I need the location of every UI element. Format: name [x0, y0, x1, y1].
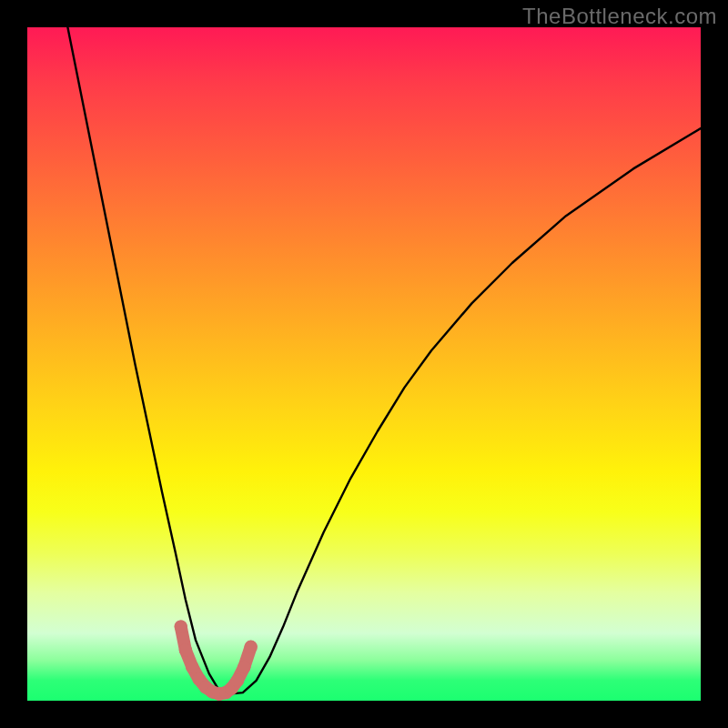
highlight-marker-dot	[244, 641, 257, 653]
highlight-marker-dot	[186, 661, 198, 673]
bottleneck-plot-svg	[27, 27, 701, 701]
highlight-marker-group	[175, 620, 258, 700]
highlight-marker-dot	[231, 674, 244, 687]
bottleneck-curve	[67, 27, 701, 694]
chart-container: TheBottleneck.com	[0, 0, 728, 728]
highlight-marker-dot	[238, 661, 250, 673]
highlight-marker-dot	[179, 643, 192, 656]
plot-area	[27, 27, 701, 701]
highlight-marker-dot	[175, 620, 187, 632]
watermark-text: TheBottleneck.com	[522, 4, 717, 29]
